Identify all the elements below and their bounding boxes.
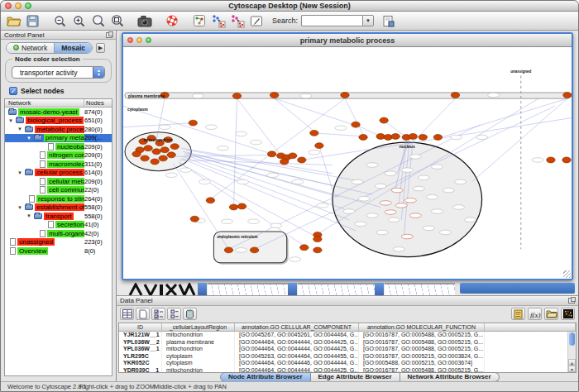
node-label-bubble[interactable] <box>199 179 210 184</box>
table-cell[interactable]: [GO:0045267, GO:0045261, GO:0044464, G..… <box>235 332 359 339</box>
network-node[interactable] <box>189 120 197 126</box>
node-label-bubble[interactable] <box>221 219 232 223</box>
column-header[interactable]: _cellularLayoutRegion <box>162 323 235 331</box>
search-options-button[interactable] <box>379 12 398 29</box>
tree-column-nodes[interactable]: Nodes <box>84 99 112 107</box>
tab-mosaic[interactable]: Mosaic <box>55 43 92 53</box>
delete-attributes-button[interactable] <box>183 308 197 320</box>
network-tree-row[interactable]: mosaic-demo-yeast874(0) <box>5 108 112 117</box>
table-cell[interactable]: YPL036W__1 <box>119 346 162 353</box>
node-label-bubble[interactable] <box>401 168 413 172</box>
scrollbar-thumb[interactable] <box>569 332 575 346</box>
network-node[interactable] <box>141 155 149 161</box>
node-label-bubble[interactable] <box>159 125 170 129</box>
background-window-edge[interactable] <box>375 283 384 295</box>
table-cell[interactable]: [GO:0016787, GO:0005488, GO:0005215, G..… <box>359 346 485 353</box>
network-node[interactable] <box>433 134 442 140</box>
zoom-selected-button[interactable] <box>108 12 127 29</box>
network-node[interactable] <box>152 149 160 155</box>
network-node[interactable] <box>562 157 571 163</box>
node-label-bubble-selected[interactable] <box>404 198 416 203</box>
network-node[interactable] <box>270 93 278 98</box>
tab-edge-attribute-browser[interactable]: Edge Attribute Browser <box>311 372 400 381</box>
node-label-bubble[interactable] <box>366 213 378 218</box>
table-scrollbar[interactable]: ▲ ▼ <box>567 332 576 372</box>
table-row[interactable]: YPL036W__1mitochondrion[GO:0044464, GO:0… <box>119 346 576 353</box>
node-label-bubble[interactable] <box>450 135 462 139</box>
snapshot-button[interactable] <box>135 12 154 29</box>
network-edge[interactable] <box>345 98 364 136</box>
table-row[interactable]: YLR295Ccytoplasm[GO:0045263, GO:0044464,… <box>119 353 576 361</box>
scroll-down-button[interactable]: ▼ <box>568 366 576 372</box>
node-label-bubble[interactable] <box>217 146 228 150</box>
resize-grip[interactable] <box>563 270 571 278</box>
background-window-fragment[interactable] <box>385 283 455 295</box>
node-label-bubble-selected[interactable] <box>391 188 403 192</box>
node-label-bubble[interactable] <box>248 219 260 223</box>
expand-arrow-icon[interactable]: ▼ <box>26 134 34 142</box>
table-row[interactable]: YKR052Ccytoplasm[GO:0044464, GO:0044446,… <box>119 360 576 367</box>
column-header[interactable]: ID <box>119 323 162 331</box>
network-node[interactable] <box>229 204 237 210</box>
search-dropdown-button[interactable]: ▼ <box>362 15 374 26</box>
network-node[interactable] <box>289 153 297 159</box>
node-label-bubble[interactable] <box>393 247 404 251</box>
network-edge[interactable] <box>314 133 363 136</box>
table-cell[interactable]: YLR295C <box>119 353 162 361</box>
network-node[interactable] <box>170 144 179 150</box>
node-label-bubble-selected[interactable] <box>401 234 413 238</box>
table-cell[interactable]: mitochondrion <box>162 346 235 353</box>
node-label-bubble-selected[interactable] <box>380 201 391 205</box>
table-row[interactable]: YPL036W__2plasma membrane[GO:0044464, GO… <box>119 339 576 347</box>
node-label-bubble[interactable] <box>317 203 328 208</box>
table-cell[interactable]: [GO:0044464, GO:0044444, GO:0044425, G..… <box>235 339 359 347</box>
node-label-bubble[interactable] <box>236 248 247 252</box>
node-label-bubble[interactable] <box>300 93 312 98</box>
node-label-bubble[interactable] <box>376 230 388 234</box>
attribute-list-button[interactable] <box>167 308 181 320</box>
node-label-bubble[interactable] <box>375 184 386 188</box>
node-label-bubble[interactable] <box>413 186 424 190</box>
network-node[interactable] <box>267 151 275 157</box>
expand-arrow-icon[interactable]: ▼ <box>17 169 25 177</box>
node-label-bubble[interactable] <box>418 175 429 179</box>
expand-arrow-icon[interactable]: ▼ <box>26 212 34 220</box>
expand-arrow-icon[interactable]: ▼ <box>17 203 25 212</box>
search-input[interactable] <box>301 15 362 26</box>
zoom-fit-button[interactable] <box>89 12 108 29</box>
network-edge[interactable] <box>275 98 356 126</box>
node-label-bubble[interactable] <box>426 194 438 198</box>
network-edge[interactable] <box>438 98 567 138</box>
node-label-bubble[interactable] <box>423 226 434 230</box>
network-node[interactable] <box>310 130 318 136</box>
network-edge[interactable] <box>183 156 349 219</box>
column-header[interactable]: annotation.GO MOLECULAR_FUNCTION <box>359 323 485 331</box>
network-node[interactable] <box>409 133 417 139</box>
apply-layout-red-button[interactable] <box>227 12 246 29</box>
table-cell[interactable]: [GO:0005488, GO:0005215, GO:0003674] <box>359 360 485 367</box>
network-node[interactable] <box>359 134 367 140</box>
table-cell[interactable]: YPL036W__2 <box>119 339 162 347</box>
node-label-bubble[interactable] <box>251 140 262 144</box>
node-label-bubble[interactable] <box>343 209 355 213</box>
node-label-bubble[interactable] <box>443 188 454 192</box>
node-label-bubble[interactable] <box>431 209 443 213</box>
node-label-bubble[interactable] <box>431 165 443 169</box>
node-label-bubble[interactable] <box>355 222 366 226</box>
network-node[interactable] <box>313 247 322 253</box>
node-label-bubble[interactable] <box>335 126 347 130</box>
mosaic-settings-button[interactable] <box>189 12 208 29</box>
tab-node-attribute-browser[interactable]: Node Attribute Browser <box>220 372 311 381</box>
open-folder-button[interactable] <box>4 12 23 29</box>
node-label-bubble[interactable] <box>388 218 400 222</box>
help-button[interactable] <box>162 12 181 29</box>
network-node[interactable] <box>280 159 288 165</box>
network-tree-row[interactable]: cell communicat22(0) <box>5 186 112 195</box>
table-row[interactable]: YJR121W__1mitochondrion[GO:0045267, GO:0… <box>119 332 576 339</box>
tab-overflow-button[interactable]: ▶ <box>96 43 105 53</box>
network-tree-row[interactable]: ▼establishment of lo558(0) <box>5 203 112 213</box>
network-tree-row[interactable]: nucleobase-209(0) <box>5 142 112 151</box>
scroll-up-button[interactable]: ▲ <box>568 359 576 366</box>
node-label-bubble[interactable] <box>465 218 476 222</box>
node-color-dropdown[interactable]: transporter activity ▲▼ <box>12 66 105 79</box>
